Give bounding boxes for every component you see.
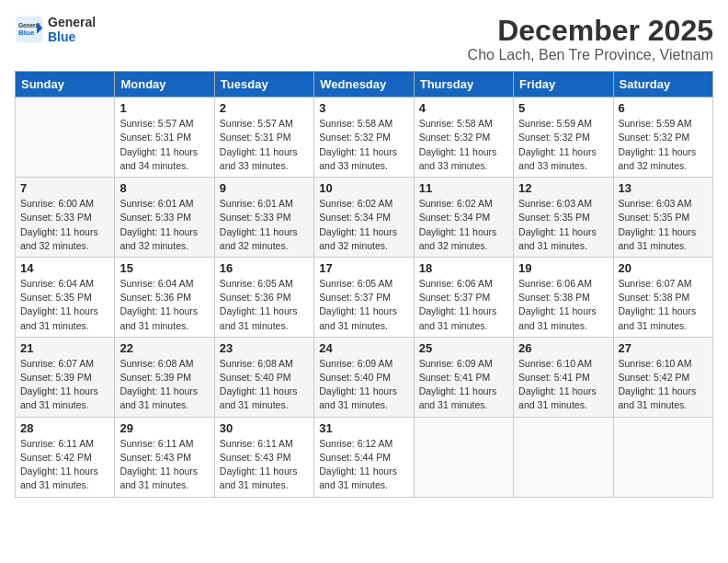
week-row-4: 21Sunrise: 6:07 AM Sunset: 5:39 PM Dayli… <box>16 337 713 417</box>
calendar-cell: 1Sunrise: 5:57 AM Sunset: 5:31 PM Daylig… <box>115 98 214 178</box>
day-info: Sunrise: 6:02 AM Sunset: 5:34 PM Dayligh… <box>419 197 508 253</box>
calendar-cell: 30Sunrise: 6:11 AM Sunset: 5:43 PM Dayli… <box>214 417 313 497</box>
calendar-cell: 26Sunrise: 6:10 AM Sunset: 5:41 PM Dayli… <box>514 337 613 417</box>
day-number: 31 <box>319 421 408 435</box>
day-header-monday: Monday <box>115 72 214 98</box>
day-info: Sunrise: 6:11 AM Sunset: 5:43 PM Dayligh… <box>220 437 309 493</box>
day-info: Sunrise: 6:06 AM Sunset: 5:37 PM Dayligh… <box>419 277 508 333</box>
day-header-friday: Friday <box>514 72 613 98</box>
day-info: Sunrise: 5:59 AM Sunset: 5:32 PM Dayligh… <box>619 117 708 173</box>
calendar-cell <box>613 417 712 497</box>
day-info: Sunrise: 6:11 AM Sunset: 5:42 PM Dayligh… <box>20 437 109 493</box>
day-number: 27 <box>619 341 708 355</box>
calendar-cell: 8Sunrise: 6:01 AM Sunset: 5:33 PM Daylig… <box>115 178 214 258</box>
calendar-cell <box>414 417 513 497</box>
calendar-subtitle: Cho Lach, Ben Tre Province, Vietnam <box>468 47 713 63</box>
day-info: Sunrise: 6:12 AM Sunset: 5:44 PM Dayligh… <box>319 437 408 493</box>
day-info: Sunrise: 6:08 AM Sunset: 5:40 PM Dayligh… <box>220 357 309 413</box>
calendar-cell: 2Sunrise: 5:57 AM Sunset: 5:31 PM Daylig… <box>214 98 313 178</box>
day-info: Sunrise: 6:01 AM Sunset: 5:33 PM Dayligh… <box>220 197 309 253</box>
day-info: Sunrise: 5:57 AM Sunset: 5:31 PM Dayligh… <box>119 117 209 173</box>
calendar-cell: 25Sunrise: 6:09 AM Sunset: 5:41 PM Dayli… <box>414 337 513 417</box>
week-row-3: 14Sunrise: 6:04 AM Sunset: 5:35 PM Dayli… <box>16 257 713 337</box>
day-info: Sunrise: 6:04 AM Sunset: 5:35 PM Dayligh… <box>20 277 109 333</box>
day-number: 26 <box>518 341 608 355</box>
logo-blue-text: Blue <box>48 29 96 44</box>
day-number: 15 <box>119 261 209 275</box>
day-info: Sunrise: 6:10 AM Sunset: 5:42 PM Dayligh… <box>619 357 708 413</box>
day-number: 8 <box>119 181 209 195</box>
day-header-sunday: Sunday <box>16 72 115 98</box>
calendar-cell: 3Sunrise: 5:58 AM Sunset: 5:32 PM Daylig… <box>314 98 414 178</box>
calendar-cell: 24Sunrise: 6:09 AM Sunset: 5:40 PM Dayli… <box>314 337 414 417</box>
calendar-cell: 28Sunrise: 6:11 AM Sunset: 5:42 PM Dayli… <box>16 417 115 497</box>
calendar-cell: 14Sunrise: 6:04 AM Sunset: 5:35 PM Dayli… <box>16 257 115 337</box>
day-info: Sunrise: 6:04 AM Sunset: 5:36 PM Dayligh… <box>119 277 209 333</box>
calendar-cell: 7Sunrise: 6:00 AM Sunset: 5:33 PM Daylig… <box>16 178 115 258</box>
day-number: 7 <box>20 181 109 195</box>
calendar-cell <box>16 98 115 178</box>
logo: General Blue General Blue <box>15 15 96 44</box>
day-number: 5 <box>518 101 608 115</box>
day-number: 17 <box>319 261 408 275</box>
calendar-cell: 15Sunrise: 6:04 AM Sunset: 5:36 PM Dayli… <box>115 257 214 337</box>
day-info: Sunrise: 6:07 AM Sunset: 5:38 PM Dayligh… <box>619 277 708 333</box>
calendar-cell: 10Sunrise: 6:02 AM Sunset: 5:34 PM Dayli… <box>314 178 414 258</box>
day-info: Sunrise: 6:11 AM Sunset: 5:43 PM Dayligh… <box>119 437 209 493</box>
day-number: 28 <box>20 421 109 435</box>
day-number: 24 <box>319 341 408 355</box>
day-number: 2 <box>220 101 309 115</box>
day-number: 9 <box>220 181 309 195</box>
day-number: 22 <box>119 341 209 355</box>
calendar-table: SundayMondayTuesdayWednesdayThursdayFrid… <box>15 71 713 497</box>
day-number: 13 <box>619 181 708 195</box>
day-number: 21 <box>20 341 109 355</box>
calendar-cell: 23Sunrise: 6:08 AM Sunset: 5:40 PM Dayli… <box>214 337 313 417</box>
day-info: Sunrise: 6:08 AM Sunset: 5:39 PM Dayligh… <box>119 357 209 413</box>
day-number: 11 <box>419 181 508 195</box>
day-info: Sunrise: 5:59 AM Sunset: 5:32 PM Dayligh… <box>518 117 608 173</box>
calendar-cell: 19Sunrise: 6:06 AM Sunset: 5:38 PM Dayli… <box>514 257 613 337</box>
day-info: Sunrise: 5:58 AM Sunset: 5:32 PM Dayligh… <box>319 117 408 173</box>
calendar-cell: 13Sunrise: 6:03 AM Sunset: 5:35 PM Dayli… <box>613 178 712 258</box>
day-info: Sunrise: 6:05 AM Sunset: 5:37 PM Dayligh… <box>319 277 408 333</box>
day-info: Sunrise: 6:03 AM Sunset: 5:35 PM Dayligh… <box>518 197 608 253</box>
day-number: 20 <box>619 261 708 275</box>
day-info: Sunrise: 6:02 AM Sunset: 5:34 PM Dayligh… <box>319 197 408 253</box>
calendar-cell: 6Sunrise: 5:59 AM Sunset: 5:32 PM Daylig… <box>613 98 712 178</box>
calendar-cell: 9Sunrise: 6:01 AM Sunset: 5:33 PM Daylig… <box>214 178 313 258</box>
calendar-cell <box>514 417 613 497</box>
day-number: 29 <box>119 421 209 435</box>
day-info: Sunrise: 6:09 AM Sunset: 5:40 PM Dayligh… <box>319 357 408 413</box>
day-number: 12 <box>518 181 608 195</box>
calendar-cell: 29Sunrise: 6:11 AM Sunset: 5:43 PM Dayli… <box>115 417 214 497</box>
day-number: 1 <box>119 101 209 115</box>
day-number: 14 <box>20 261 109 275</box>
calendar-cell: 16Sunrise: 6:05 AM Sunset: 5:36 PM Dayli… <box>214 257 313 337</box>
day-info: Sunrise: 6:06 AM Sunset: 5:38 PM Dayligh… <box>518 277 608 333</box>
day-info: Sunrise: 6:00 AM Sunset: 5:33 PM Dayligh… <box>20 197 109 253</box>
week-row-1: 1Sunrise: 5:57 AM Sunset: 5:31 PM Daylig… <box>16 98 713 178</box>
day-header-wednesday: Wednesday <box>314 72 414 98</box>
day-number: 4 <box>419 101 508 115</box>
day-info: Sunrise: 6:10 AM Sunset: 5:41 PM Dayligh… <box>518 357 608 413</box>
day-info: Sunrise: 6:01 AM Sunset: 5:33 PM Dayligh… <box>119 197 209 253</box>
logo-general-text: General <box>48 15 96 29</box>
calendar-cell: 18Sunrise: 6:06 AM Sunset: 5:37 PM Dayli… <box>414 257 513 337</box>
day-number: 16 <box>220 261 309 275</box>
day-header-tuesday: Tuesday <box>214 72 313 98</box>
day-number: 23 <box>220 341 309 355</box>
calendar-cell: 20Sunrise: 6:07 AM Sunset: 5:38 PM Dayli… <box>613 257 712 337</box>
day-info: Sunrise: 6:03 AM Sunset: 5:35 PM Dayligh… <box>619 197 708 253</box>
day-number: 6 <box>619 101 708 115</box>
calendar-cell: 12Sunrise: 6:03 AM Sunset: 5:35 PM Dayli… <box>514 178 613 258</box>
calendar-cell: 17Sunrise: 6:05 AM Sunset: 5:37 PM Dayli… <box>314 257 414 337</box>
day-number: 18 <box>419 261 508 275</box>
day-info: Sunrise: 5:58 AM Sunset: 5:32 PM Dayligh… <box>419 117 508 173</box>
day-header-saturday: Saturday <box>613 72 712 98</box>
day-number: 30 <box>220 421 309 435</box>
calendar-cell: 11Sunrise: 6:02 AM Sunset: 5:34 PM Dayli… <box>414 178 513 258</box>
calendar-title: December 2025 <box>468 15 713 47</box>
day-number: 25 <box>419 341 508 355</box>
day-info: Sunrise: 6:07 AM Sunset: 5:39 PM Dayligh… <box>20 357 109 413</box>
